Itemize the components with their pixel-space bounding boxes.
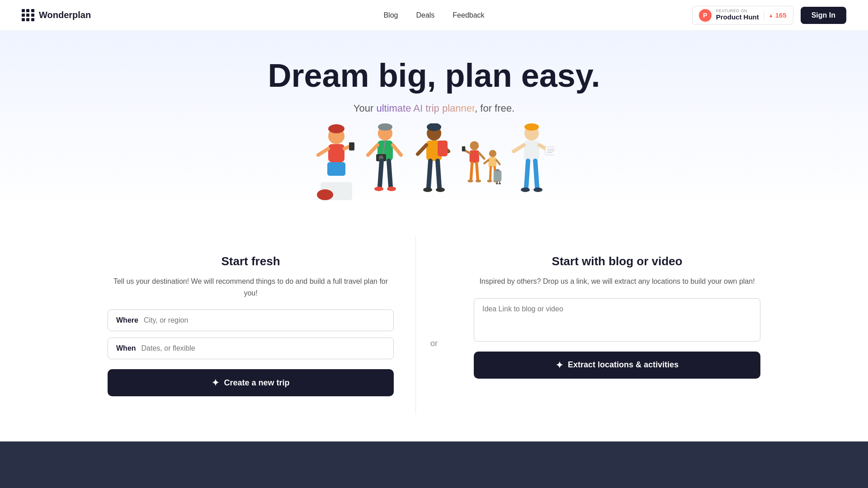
nav-blog[interactable]: Blog: [383, 11, 398, 19]
or-divider: or: [416, 339, 452, 348]
svg-rect-5: [349, 142, 354, 150]
svg-line-37: [476, 163, 478, 180]
svg-line-57: [514, 145, 524, 151]
svg-rect-6: [327, 162, 345, 176]
svg-line-17: [380, 161, 382, 187]
navbar: Wonderplan Blog Deals Feedback P FEATURE…: [0, 0, 868, 31]
where-label: Where: [116, 316, 138, 324]
nav-feedback[interactable]: Feedback: [453, 11, 484, 19]
svg-point-66: [533, 188, 542, 192]
svg-point-52: [496, 183, 498, 184]
product-hunt-text: FEATURED ON Product Hunt: [716, 9, 759, 21]
svg-line-3: [318, 149, 328, 155]
start-with-link-title: Start with blog or video: [474, 254, 760, 268]
svg-line-63: [526, 161, 528, 188]
svg-point-55: [524, 123, 539, 131]
nav-right: P FEATURED ON Product Hunt ▲ 165 Sign In: [692, 6, 846, 25]
svg-rect-56: [524, 141, 539, 161]
svg-point-30: [436, 188, 445, 192]
sign-in-button[interactable]: Sign In: [801, 7, 846, 24]
create-trip-label: Create a new trip: [224, 378, 289, 388]
svg-line-42: [484, 160, 488, 164]
svg-point-31: [470, 141, 479, 150]
ph-arrow-icon: ▲: [769, 13, 774, 18]
svg-point-38: [467, 180, 473, 183]
hero-section: Dream big, plan easy. Your ultimate AI t…: [0, 31, 868, 209]
svg-point-53: [499, 183, 501, 184]
svg-line-35: [479, 153, 484, 159]
svg-rect-34: [462, 146, 466, 151]
person-2-icon: [363, 123, 408, 209]
svg-line-13: [393, 145, 401, 155]
when-input-wrapper: When: [108, 338, 394, 359]
nav-links: Blog Deals Feedback: [383, 11, 484, 19]
svg-line-36: [471, 163, 472, 180]
ideas-textarea-wrapper: [474, 298, 760, 342]
person-3-icon: [411, 123, 457, 209]
svg-line-12: [368, 145, 377, 155]
svg-rect-49: [495, 169, 500, 171]
svg-point-10: [378, 123, 392, 131]
svg-point-40: [489, 150, 496, 157]
where-input-wrapper: Where: [108, 310, 394, 331]
hero-title: Dream big, plan easy.: [0, 58, 868, 94]
product-hunt-logo-icon: P: [699, 9, 712, 22]
hero-subtitle: Your ultimate AI trip planner, for free.: [0, 103, 868, 114]
svg-rect-26: [438, 141, 448, 156]
start-fresh-card: Start fresh Tell us your destination! We…: [86, 236, 416, 414]
svg-line-27: [429, 161, 430, 188]
svg-point-20: [387, 187, 396, 191]
ph-count: ▲ 165: [764, 11, 787, 19]
svg-line-64: [535, 161, 537, 188]
person-5-icon: [509, 123, 554, 209]
svg-rect-48: [494, 171, 502, 182]
svg-line-44: [490, 167, 491, 180]
svg-rect-2: [328, 144, 344, 162]
ph-name: Product Hunt: [716, 14, 759, 21]
where-input[interactable]: [144, 316, 385, 324]
svg-point-29: [423, 188, 432, 192]
when-label: When: [116, 344, 136, 352]
footer-section: Everything you need for planning your tr…: [0, 441, 868, 488]
extract-locations-button[interactable]: ✦ Extract locations & activities: [474, 352, 760, 379]
svg-rect-32: [470, 150, 479, 163]
svg-point-8: [317, 189, 333, 200]
brand-name: Wonderplan: [39, 10, 91, 20]
person-1-icon: [314, 123, 359, 209]
sparkle-icon: ✦: [212, 377, 219, 388]
extract-locations-label: Extract locations & activities: [568, 360, 679, 370]
svg-point-65: [521, 188, 530, 192]
svg-line-24: [418, 145, 426, 154]
svg-point-19: [374, 187, 383, 191]
start-with-link-description: Inspired by others? Drop us a link, we w…: [474, 276, 760, 287]
hero-subtitle-prefix: Your: [354, 103, 377, 114]
start-fresh-description: Tell us your destination! We will recomm…: [108, 276, 394, 299]
svg-point-39: [476, 180, 481, 183]
ideas-textarea[interactable]: [474, 299, 760, 339]
or-text: or: [430, 339, 438, 348]
start-fresh-title: Start fresh: [108, 254, 394, 268]
svg-rect-41: [489, 157, 497, 167]
ph-number: 165: [775, 11, 787, 19]
svg-point-46: [487, 180, 492, 183]
start-with-link-card: Start with blog or video Inspired by oth…: [452, 236, 782, 397]
product-hunt-badge[interactable]: P FEATURED ON Product Hunt ▲ 165: [692, 6, 793, 25]
extract-sparkle-icon: ✦: [556, 360, 563, 371]
person-4-icon: [460, 123, 505, 209]
logo[interactable]: Wonderplan: [22, 9, 91, 22]
illustration-area: [0, 123, 868, 209]
hero-subtitle-link[interactable]: ultimate AI trip planner: [376, 103, 475, 114]
svg-line-28: [438, 161, 439, 188]
hero-subtitle-suffix: , for free.: [475, 103, 514, 114]
nav-deals[interactable]: Deals: [416, 11, 434, 19]
cards-section: Start fresh Tell us your destination! We…: [0, 209, 868, 441]
svg-line-43: [496, 160, 500, 164]
svg-point-1: [328, 124, 344, 133]
logo-grid-icon: [22, 9, 34, 22]
when-input[interactable]: [142, 344, 385, 352]
create-trip-button[interactable]: ✦ Create a new trip: [108, 369, 394, 396]
svg-line-18: [389, 161, 391, 187]
